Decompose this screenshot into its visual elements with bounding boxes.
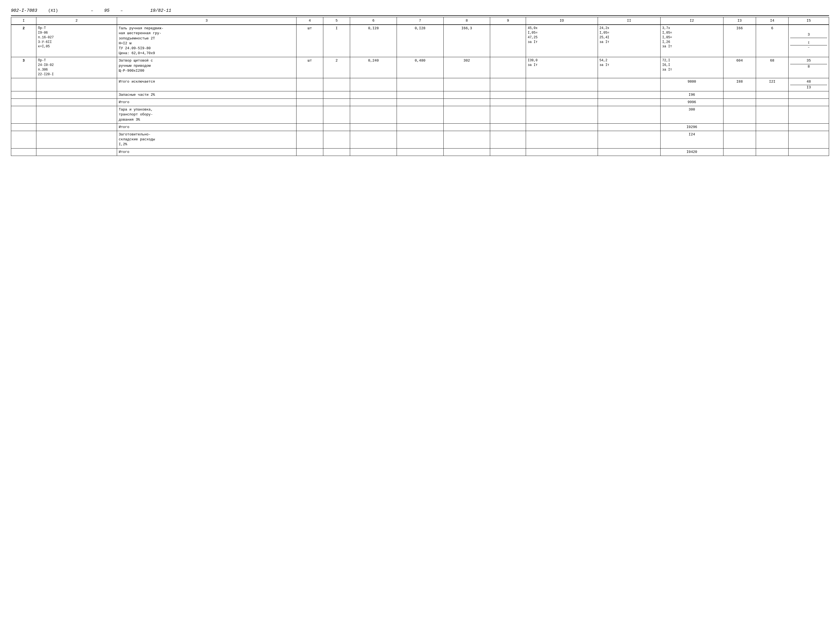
summary-col12-tara: 300 xyxy=(660,106,723,124)
col-header-4: 4 xyxy=(296,17,323,25)
summary-col10 xyxy=(526,78,598,91)
col-header-2: 2 xyxy=(36,17,117,25)
row-3-col8: 302 xyxy=(444,57,490,78)
row-3-col15: 35 8 xyxy=(789,57,829,78)
summary-col9 xyxy=(490,78,526,91)
summary-row-itogo1: Итого 9996 xyxy=(11,99,829,106)
row-3-col6: 0,240 xyxy=(350,57,397,78)
row-2-col6: 0,I28 xyxy=(350,25,397,57)
col-header-1: I xyxy=(11,17,36,25)
summary-col1 xyxy=(11,78,36,91)
section: (XI) xyxy=(48,8,58,13)
row-2-col9 xyxy=(490,25,526,57)
summary-label-itogo3: Итого xyxy=(117,148,296,156)
summary-label-itogo1: Итого xyxy=(117,99,296,106)
summary-col13-itogo-iskl: I88 xyxy=(723,78,756,91)
summary-row-zagotov: Заготовительно-складские расходыI,2% I24 xyxy=(11,131,829,148)
summary-label-zagotov: Заготовительно-складские расходыI,2% xyxy=(117,131,296,148)
dash1: – xyxy=(91,8,93,13)
summary-col12-itogo1: 9996 xyxy=(660,99,723,106)
row-3-col5: 2 xyxy=(323,57,350,78)
summary-label-zapchasti: Запасные части 2% xyxy=(117,91,296,98)
summary-label-itogo-iskl: Итого исключается xyxy=(117,78,296,91)
main-table: I 2 3 4 5 6 7 8 9 IO II I2 I3 I4 I5 2 Пр… xyxy=(11,17,829,156)
summary-col12-zapchasti: I96 xyxy=(660,91,723,98)
row-3-col11: 54,2за Iт xyxy=(598,57,660,78)
col-header-7: 7 xyxy=(396,17,444,25)
summary-row-itogo3: Итого I0420 xyxy=(11,148,829,156)
row-2-col14: 6 xyxy=(756,25,788,57)
col-header-13: I3 xyxy=(723,17,756,25)
row-3-col14: 68 xyxy=(756,57,788,78)
summary-label-tara: Тара и упаковка,транспорт обору-дования … xyxy=(117,106,296,124)
row-3-col1: 3 xyxy=(11,57,36,78)
row-2-col8: I66,3 xyxy=(444,25,490,57)
summary-col2 xyxy=(36,78,117,91)
summary-col12-zagotov: I24 xyxy=(660,131,723,148)
row-2-col10: 45,0xI,05=47,25за Iт xyxy=(526,25,598,57)
row-3-col2: Пр-Т24-I0-02п.30622-I20-I xyxy=(36,57,117,78)
summary-col15-itogo-iskl: 48 I3 xyxy=(789,78,829,91)
dash2: – xyxy=(120,8,123,13)
summary-col4 xyxy=(296,78,323,91)
doc-number: 902-I-7083 xyxy=(11,8,37,13)
summary-col12-itogo3: I0420 xyxy=(660,148,723,156)
row-2-col5: I xyxy=(323,25,350,57)
summary-col5 xyxy=(323,78,350,91)
row-2-col13: I66 xyxy=(723,25,756,57)
row-3-col9 xyxy=(490,57,526,78)
summary-col6 xyxy=(350,78,397,91)
col-header-15: I5 xyxy=(789,17,829,25)
row-3-col7: 0,480 xyxy=(396,57,444,78)
col-header-12: I2 xyxy=(660,17,723,25)
summary-row-itogo-iskl: Итого исключается 9800 I88 I2I 48 I3 xyxy=(11,78,829,91)
summary-row-itogo2: Итого I0296 xyxy=(11,123,829,131)
col-header-3: 3 xyxy=(117,17,296,25)
summary-row-zapchasti: Запасные части 2% I96 xyxy=(11,91,829,98)
summary-col14-itogo-iskl: I2I xyxy=(756,78,788,91)
col-header-8: 8 xyxy=(444,17,490,25)
row-3-col4: шт xyxy=(296,57,323,78)
summary-col8 xyxy=(444,78,490,91)
col-header-6: 6 xyxy=(350,17,397,25)
row-2-col4: шт xyxy=(296,25,323,57)
summary-col12-itogo-iskl: 9800 xyxy=(660,78,723,91)
col-header-11: II xyxy=(598,17,660,25)
summary-col11 xyxy=(598,78,660,91)
row-2-col7: 0,I28 xyxy=(396,25,444,57)
row-2-col2: Пр-ТI9-06п.16-0273-У-6IIк=I,05 xyxy=(36,25,117,57)
table-row: 3 Пр-Т24-I0-02п.30622-I20-I Затвор щитов… xyxy=(11,57,829,78)
row-2-col15: 3 I – xyxy=(789,25,829,57)
summary-col7 xyxy=(396,78,444,91)
row-2-col11: 24,2xI,05=25,4Iза Iт xyxy=(598,25,660,57)
summary-label-itogo2: Итого xyxy=(117,123,296,131)
year-doc: 19/82-11 xyxy=(150,8,171,13)
summary-col12-itogo2: I0296 xyxy=(660,123,723,131)
summary-row-tara: Тара и упаковка,транспорт обору-дования … xyxy=(11,106,829,124)
row-3-col10: I39,0за Iт xyxy=(526,57,598,78)
col-header-5: 5 xyxy=(323,17,350,25)
column-headers: I 2 3 4 5 6 7 8 9 IO II I2 I3 I4 I5 xyxy=(11,17,829,25)
col-header-14: I4 xyxy=(756,17,788,25)
col-header-10: IO xyxy=(526,17,598,25)
table-row: 2 Пр-ТI9-06п.16-0273-У-6IIк=I,05 Таль ру… xyxy=(11,25,829,57)
row-2-col12: 3,7xI,05=I,05=I,26за Iт xyxy=(660,25,723,57)
col-header-9: 9 xyxy=(490,17,526,25)
row-3-col12: 72,II6,Iза Iт xyxy=(660,57,723,78)
row-2-col1: 2 xyxy=(11,25,36,57)
header: 902-I-7083 (XI) – 95 – 19/82-11 xyxy=(11,8,829,16)
row-3-col3: Затвор щитовой сручным приводомЩ-Р-900xI… xyxy=(117,57,296,78)
page-number: 95 xyxy=(104,8,109,13)
row-3-col13: 604 xyxy=(723,57,756,78)
row-2-col3: Таль ручная передвиж-ная шестеренная гру… xyxy=(117,25,296,57)
